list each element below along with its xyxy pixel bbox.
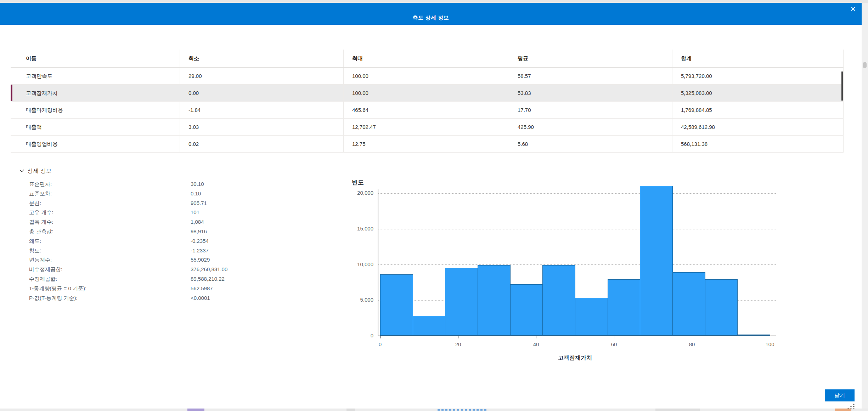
chart-y-axis-line (378, 189, 378, 336)
histogram-bar[interactable] (380, 274, 413, 336)
background-fragment (477, 409, 479, 411)
background-fragment (453, 409, 455, 411)
chart-x-axis-line (378, 336, 776, 336)
histogram-bar[interactable] (478, 265, 511, 336)
x-tick-mark (614, 336, 614, 338)
y-tick-label: 5,000 (334, 296, 373, 304)
close-button[interactable]: 닫기 (825, 389, 855, 401)
chart-y-axis-title: 빈도 (352, 178, 364, 187)
background-fragment (445, 409, 447, 411)
histogram-bar[interactable] (575, 298, 608, 336)
histogram-bar[interactable] (445, 268, 478, 336)
background-fragment (438, 409, 440, 411)
y-tick-label: 20,000 (334, 189, 373, 197)
page-scrollbar-track[interactable] (862, 3, 868, 411)
histogram-bar[interactable] (510, 284, 543, 336)
x-tick-label: 100 (756, 341, 784, 347)
background-fragment (187, 409, 204, 411)
histogram-bar[interactable] (737, 335, 770, 336)
histogram-bar[interactable] (672, 272, 705, 336)
gridline (378, 229, 776, 229)
background-fragment (441, 409, 444, 411)
chart-x-axis-title: 고객잠재가치 (380, 354, 770, 362)
x-tick-label: 0 (366, 341, 394, 347)
background-fragment (835, 409, 851, 411)
background-page-sliver (0, 409, 868, 411)
histogram-bar[interactable] (608, 279, 641, 336)
histogram-bar[interactable] (542, 265, 575, 336)
x-tick-label: 60 (600, 341, 628, 347)
x-tick-mark (458, 336, 458, 338)
screen: { "dialog": { "title": "측도 상세 정보", "clos… (0, 0, 868, 411)
histogram-bar[interactable] (705, 279, 738, 336)
x-tick-label: 20 (444, 341, 472, 347)
gridline (378, 193, 776, 194)
gridline (378, 264, 776, 265)
x-tick-mark (692, 336, 692, 338)
histogram-bar[interactable] (640, 186, 673, 336)
x-tick-mark (380, 336, 381, 338)
background-fragment (480, 409, 483, 411)
x-tick-mark (536, 336, 536, 338)
histogram-chart: 빈도 고객잠재가치 05,00010,00015,00020,000020406… (0, 3, 862, 409)
measure-detail-dialog: 측도 상세 정보 ✕ 이름최소최대평균합계 고객만족도29.00100.0058… (0, 3, 862, 409)
page-scrollbar-thumb[interactable] (863, 62, 867, 68)
x-tick-label: 80 (678, 341, 706, 347)
page-top-margin (0, 0, 868, 3)
background-fragment (457, 409, 459, 411)
background-fragment (473, 409, 475, 411)
histogram-bar[interactable] (413, 316, 446, 336)
background-fragment (465, 409, 467, 411)
x-tick-mark (770, 336, 770, 338)
background-fragment (461, 409, 463, 411)
x-tick-label: 40 (522, 341, 550, 347)
background-fragment (346, 409, 355, 411)
background-fragment (449, 409, 451, 411)
background-fragment (655, 409, 700, 411)
y-tick-label: 15,000 (334, 225, 373, 233)
y-tick-label: 10,000 (334, 261, 373, 268)
background-fragment (484, 409, 486, 411)
y-tick-label: 0 (334, 332, 373, 339)
background-fragment (469, 409, 471, 411)
